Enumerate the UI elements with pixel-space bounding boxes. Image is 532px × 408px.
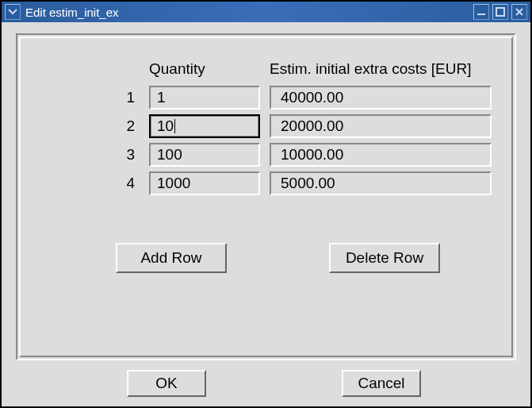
cost-cell[interactable]: 20000.00 <box>270 114 492 138</box>
cost-cell[interactable]: 40000.00 <box>270 86 492 110</box>
quantity-cell[interactable]: 100 <box>149 143 260 167</box>
delete-row-button[interactable]: Delete Row <box>329 243 440 273</box>
dialog-buttons: OK Cancel <box>16 370 516 397</box>
cost-value: 5000.00 <box>281 175 335 192</box>
ok-button[interactable]: OK <box>127 370 206 397</box>
cancel-button[interactable]: Cancel <box>342 370 421 397</box>
row-number: 2 <box>92 117 140 135</box>
row-number: 3 <box>92 146 140 164</box>
maximize-icon <box>496 7 505 17</box>
group-frame: Quantity Estim. initial extra costs [EUR… <box>16 33 516 360</box>
data-table: Quantity Estim. initial extra costs [EUR… <box>92 60 488 195</box>
cost-cell[interactable]: 10000.00 <box>270 143 492 167</box>
cost-value: 10000.00 <box>281 146 343 164</box>
quantity-value: 1000 <box>157 175 190 192</box>
quantity-cell[interactable]: 1 <box>149 86 260 110</box>
group-content: Quantity Estim. initial extra costs [EUR… <box>19 37 513 357</box>
titlebar: Edit estim_init_ex <box>2 2 530 22</box>
cost-cell[interactable]: 5000.00 <box>270 171 492 195</box>
titlebar-buttons <box>473 4 527 20</box>
window-menu-button[interactable] <box>5 4 21 20</box>
quantity-value: 10 <box>157 117 174 135</box>
add-row-button[interactable]: Add Row <box>116 243 227 273</box>
dialog-window: Edit estim_init_ex <box>0 0 532 408</box>
header-cost: Estim. initial extra costs [EUR] <box>270 60 492 81</box>
quantity-cell-active[interactable]: 10 <box>149 114 260 138</box>
close-icon <box>515 7 524 17</box>
cost-value: 40000.00 <box>281 89 343 106</box>
client-area: Quantity Estim. initial extra costs [EUR… <box>2 22 530 406</box>
header-empty <box>92 69 140 72</box>
quantity-cell[interactable]: 1000 <box>149 171 260 195</box>
maximize-button[interactable] <box>492 4 508 20</box>
quantity-value: 1 <box>157 89 166 106</box>
text-caret <box>174 119 175 133</box>
minimize-icon <box>477 7 486 17</box>
header-quantity: Quantity <box>149 60 260 81</box>
svg-rect-1 <box>496 8 504 16</box>
row-number: 4 <box>92 175 140 192</box>
close-button[interactable] <box>511 4 527 20</box>
row-number: 1 <box>92 89 140 106</box>
window-title: Edit estim_init_ex <box>25 6 473 19</box>
svg-rect-0 <box>477 13 485 15</box>
minimize-button[interactable] <box>473 4 489 20</box>
quantity-value: 100 <box>157 146 182 164</box>
cost-value: 20000.00 <box>281 117 343 135</box>
chevron-down-icon <box>8 9 17 15</box>
row-buttons: Add Row Delete Row <box>44 243 488 273</box>
